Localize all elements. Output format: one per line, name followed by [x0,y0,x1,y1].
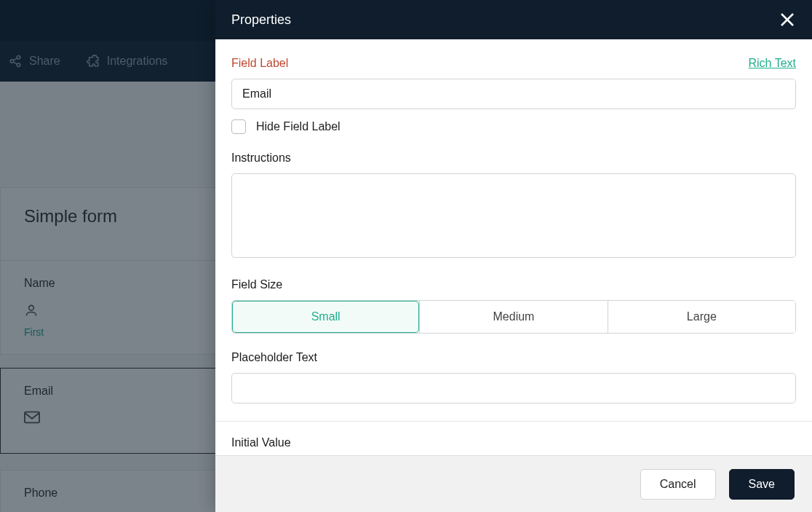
properties-panel: Properties Field Label Rich Text Hide Fi… [215,0,812,512]
field-size-section: Field Size Small Medium Large [231,278,796,334]
placeholder-heading: Placeholder Text [231,351,317,364]
panel-title: Properties [231,12,291,28]
hide-label-checkbox[interactable] [231,119,246,134]
placeholder-input[interactable] [231,373,796,403]
field-size-segmented: Small Medium Large [231,300,796,334]
field-size-heading: Field Size [231,278,282,291]
panel-header: Properties [215,0,812,39]
placeholder-section: Placeholder Text [231,351,796,403]
panel-body: Field Label Rich Text Hide Field Label I… [215,39,812,455]
size-large-button[interactable]: Large [608,301,795,333]
hide-label-text: Hide Field Label [256,120,341,133]
instructions-heading: Instructions [231,151,291,165]
instructions-input[interactable] [231,173,796,258]
close-icon [780,12,795,27]
field-label-heading: Field Label [231,57,288,70]
initial-value-heading: Initial Value [231,436,796,452]
size-small-button[interactable]: Small [232,301,419,333]
field-label-input[interactable] [231,79,796,109]
panel-footer: Cancel Save [215,455,812,512]
section-divider [215,421,812,422]
close-button[interactable] [779,11,796,28]
rich-text-link[interactable]: Rich Text [748,57,796,70]
cancel-button[interactable]: Cancel [640,469,716,500]
save-button[interactable]: Save [729,469,795,500]
instructions-section: Instructions [231,151,796,261]
field-label-section: Field Label Rich Text Hide Field Label [231,57,796,134]
size-medium-button[interactable]: Medium [419,301,607,333]
